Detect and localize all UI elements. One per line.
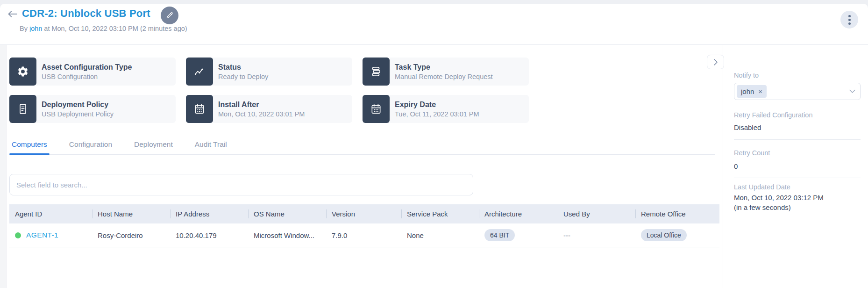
pencil-icon xyxy=(165,11,174,20)
column-header-remote-office: Remote Office xyxy=(635,204,719,223)
table-row[interactable]: AGENT-1 Rosy-Cordeiro 10.20.40.179 Micro… xyxy=(9,223,719,247)
card-deployment-policy: Deployment Policy USB Deployment Policy xyxy=(9,95,176,123)
collapse-sidebar-button[interactable] xyxy=(707,55,724,69)
card-install-after: Install After Mon, Oct 10, 2022 03:01 PM xyxy=(186,95,352,123)
card-value: Tue, Oct 11, 2022 03:01 PM xyxy=(395,110,479,118)
tab-bar: Computers Configuration Deployment Audit… xyxy=(9,139,715,155)
back-arrow-icon xyxy=(7,9,18,19)
card-status: Status Ready to Deploy xyxy=(186,58,352,86)
agent-link[interactable]: AGENT-1 xyxy=(26,231,58,239)
details-sidebar: Notify to john × Retry Failed Configurat… xyxy=(723,45,868,288)
column-header-used-by: Used By xyxy=(558,204,635,223)
cell-host-name: Rosy-Cordeiro xyxy=(92,223,170,247)
back-button[interactable] xyxy=(7,9,19,19)
table-header-row: Agent ID Host Name IP Address OS Name Ve… xyxy=(9,204,719,223)
card-value: USB Configuration xyxy=(42,73,132,80)
remote-office-badge: Local Office xyxy=(641,229,687,241)
retry-failed-configuration-section: Retry Failed Configuration Disabled xyxy=(734,111,861,131)
cell-service-pack: None xyxy=(401,223,479,247)
edit-title-button[interactable] xyxy=(161,7,178,24)
card-title: Asset Configuration Type xyxy=(42,63,132,72)
column-header-architecture: Architecture xyxy=(479,204,558,223)
column-header-agent-id: Agent ID xyxy=(9,204,92,223)
notify-chip[interactable]: john × xyxy=(737,85,767,98)
column-header-service-pack: Service Pack xyxy=(401,204,479,223)
calendar-icon xyxy=(193,103,206,115)
byline-author-link[interactable]: john xyxy=(29,25,42,32)
activity-icon xyxy=(193,65,206,78)
column-header-ip-address: IP Address xyxy=(170,204,248,223)
calendar-icon xyxy=(370,103,382,115)
column-header-version: Version xyxy=(326,204,401,223)
page-title: CDR-2: Unblock USB Port xyxy=(22,7,150,20)
sidebar-divider xyxy=(734,178,861,178)
left-gutter xyxy=(0,45,7,288)
tab-audit-trail[interactable]: Audit Trail xyxy=(192,139,229,154)
card-title: Task Type xyxy=(395,63,493,72)
card-expiry-date: Expiry Date Tue, Oct 11, 2022 03:01 PM xyxy=(363,95,529,123)
card-task-type: Task Type Manual Remote Deploy Request xyxy=(363,58,529,86)
cell-ip-address: 10.20.40.179 xyxy=(170,223,248,247)
column-header-host-name: Host Name xyxy=(92,204,170,223)
last-updated-relative: (in a few seconds) xyxy=(734,203,861,211)
retry-count-section: Retry Count 0 xyxy=(734,149,861,170)
cell-version: 7.9.0 xyxy=(326,223,401,247)
summary-cards: Asset Configuration Type USB Configurati… xyxy=(9,58,529,123)
notify-chip-label: john xyxy=(741,88,754,95)
computers-table: Agent ID Host Name IP Address OS Name Ve… xyxy=(9,204,719,247)
byline: Byjohnat Mon, Oct 10, 2022 03:10 PM (2 m… xyxy=(20,25,187,32)
card-value: Mon, Oct 10, 2022 03:01 PM xyxy=(218,110,305,118)
notify-to-select[interactable]: john × xyxy=(734,83,861,100)
retry-count-value: 0 xyxy=(734,162,861,170)
sidebar-divider xyxy=(734,139,861,140)
cell-used-by: --- xyxy=(558,223,635,247)
tab-computers[interactable]: Computers xyxy=(9,139,50,154)
card-title: Expiry Date xyxy=(395,101,479,109)
card-title: Deployment Policy xyxy=(42,101,114,109)
last-updated-value: Mon, Oct 10, 2022 03:12 PM xyxy=(734,194,861,202)
architecture-badge: 64 BIT xyxy=(484,229,515,241)
retry-count-label: Retry Count xyxy=(734,149,861,157)
configuration-detail-page: CDR-2: Unblock USB Port Byjohnat Mon, Oc… xyxy=(0,0,868,288)
byline-timestamp: at Mon, Oct 10, 2022 03:10 PM (2 minutes… xyxy=(44,25,187,32)
card-value: Manual Remote Deploy Request xyxy=(395,73,493,80)
column-header-os-name: OS Name xyxy=(248,204,326,223)
retry-failed-configuration-value: Disabled xyxy=(734,123,861,131)
tab-deployment[interactable]: Deployment xyxy=(132,139,175,154)
gear-icon xyxy=(17,65,29,78)
card-value: Ready to Deploy xyxy=(218,73,268,80)
last-updated-section: Last Updated Date Mon, Oct 10, 2022 03:1… xyxy=(734,183,861,211)
kebab-icon xyxy=(848,15,851,17)
more-actions-button[interactable] xyxy=(840,11,858,29)
document-icon xyxy=(17,103,29,115)
notify-to-label: Notify to xyxy=(734,72,861,79)
cell-os-name: Microsoft Window... xyxy=(248,223,326,247)
retry-failed-configuration-label: Retry Failed Configuration xyxy=(734,111,861,119)
card-title: Status xyxy=(218,63,268,72)
stack-icon xyxy=(370,65,382,78)
byline-prefix: By xyxy=(20,25,28,32)
card-title: Install After xyxy=(218,101,305,109)
chevron-down-icon xyxy=(849,89,855,94)
last-updated-label: Last Updated Date xyxy=(734,183,861,191)
card-asset-configuration-type: Asset Configuration Type USB Configurati… xyxy=(9,58,176,86)
card-value: USB Deployment Policy xyxy=(42,110,114,118)
chip-remove-icon[interactable]: × xyxy=(758,88,762,95)
search-input[interactable] xyxy=(9,174,473,195)
online-status-dot xyxy=(15,232,21,238)
tab-configuration[interactable]: Configuration xyxy=(67,139,114,154)
chevron-right-icon xyxy=(713,58,718,66)
